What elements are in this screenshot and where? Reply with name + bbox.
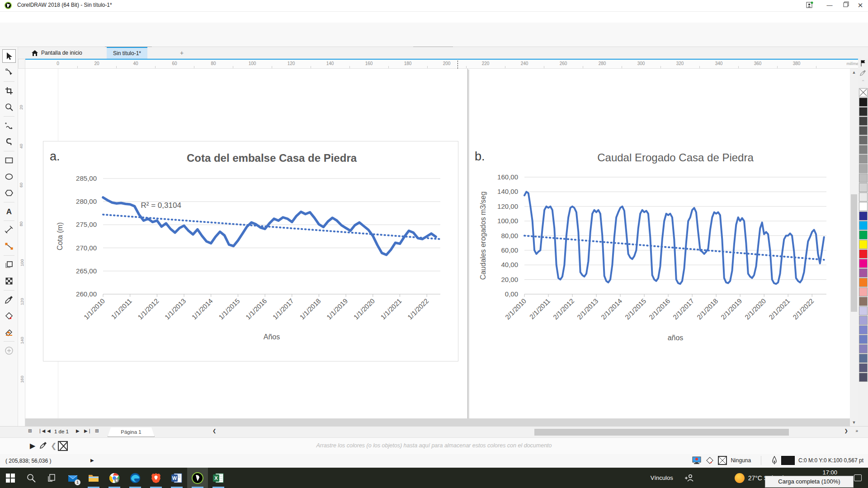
status-flyout-icon[interactable]: ▶ [90, 458, 94, 463]
scroll-up-icon[interactable]: ▲ [850, 69, 858, 76]
first-page-icon[interactable]: ❘◀ [38, 428, 45, 433]
task-view-button[interactable] [42, 468, 62, 488]
smart-fill-tool[interactable] [2, 325, 16, 339]
freehand-tool[interactable] [2, 119, 16, 132]
interactive-fill-tool[interactable] [2, 309, 16, 323]
prev-page-icon[interactable]: ◀ [47, 428, 51, 433]
swatch-none[interactable] [859, 88, 868, 97]
add-page-icon[interactable]: ⊞ [28, 428, 32, 433]
drop-shadow-tool[interactable] [2, 258, 16, 272]
rectangle-tool[interactable] [2, 154, 16, 167]
fill-none-icon[interactable] [718, 456, 727, 465]
color-swatch[interactable] [859, 344, 868, 353]
edge-app[interactable] [125, 468, 146, 488]
color-swatch[interactable] [859, 316, 868, 325]
explorer-app[interactable] [83, 468, 104, 488]
vertical-scrollbar[interactable]: ▲ ▼ [850, 69, 858, 426]
links-toolbar-label[interactable]: Vínculos [651, 474, 673, 481]
horizontal-scroll-thumb[interactable] [534, 429, 789, 436]
artistic-media-tool[interactable] [2, 135, 16, 149]
color-swatch[interactable] [859, 136, 868, 145]
tab-document[interactable]: Sin título-1* [107, 47, 147, 59]
pick-tool[interactable] [2, 49, 16, 63]
close-button[interactable]: ✕ [856, 1, 864, 9]
transparency-tool[interactable] [2, 274, 16, 288]
chart-object-cota-embalse[interactable]: a.Cota del embalse Casa de Piedra285,002… [43, 141, 458, 361]
coreldraw-app[interactable] [187, 468, 208, 488]
chart-object-caudal-erogado[interactable]: b.Caudal Erogado Casa de Piedra160,00140… [470, 142, 839, 357]
last-page-icon[interactable]: ▶❘ [84, 428, 91, 433]
minimize-button[interactable]: — [826, 1, 834, 9]
restore-button[interactable] [842, 1, 850, 9]
page-tab[interactable]: Página 1 [108, 427, 155, 437]
add-page-icon-2[interactable]: ⊞ [95, 428, 99, 433]
scroll-down-icon[interactable]: ▼ [850, 419, 858, 426]
color-swatch[interactable] [859, 259, 868, 268]
palette-scroll-up-icon[interactable]: ⌃ [859, 79, 867, 87]
color-swatch[interactable] [859, 174, 868, 183]
new-tab-button[interactable]: + [174, 47, 186, 59]
next-page-icon[interactable]: ▶ [76, 428, 80, 433]
vertical-scroll-thumb[interactable] [851, 194, 857, 312]
color-eyedropper-tool[interactable] [2, 293, 16, 306]
clock[interactable]: 17:00 [822, 469, 837, 476]
more-tools[interactable] [2, 344, 16, 357]
palette-eyedropper-icon[interactable] [859, 70, 867, 78]
color-swatch[interactable] [859, 249, 868, 258]
color-swatch[interactable] [859, 297, 868, 306]
color-swatch[interactable] [859, 183, 868, 192]
color-swatch[interactable] [859, 211, 868, 221]
color-swatch[interactable] [859, 192, 868, 202]
color-swatch[interactable] [859, 335, 868, 344]
color-swatch[interactable] [859, 306, 868, 315]
shape-tool[interactable] [2, 66, 16, 79]
action-center-icon[interactable] [854, 474, 862, 481]
drawing-canvas[interactable]: a.Cota del embalse Casa de Piedra285,002… [25, 69, 850, 426]
color-swatch[interactable] [859, 287, 868, 296]
connector-tool[interactable] [2, 239, 16, 253]
color-swatch[interactable] [859, 221, 868, 230]
text-tool[interactable]: A [2, 205, 16, 218]
brave-app[interactable] [146, 468, 166, 488]
color-swatch[interactable] [859, 268, 868, 277]
color-swatch[interactable] [859, 98, 868, 107]
ruler-origin[interactable] [18, 59, 25, 69]
proof-colors-icon[interactable] [692, 456, 702, 465]
dimension-tool[interactable] [2, 223, 16, 237]
color-swatch[interactable] [859, 164, 868, 173]
vertical-ruler[interactable]: 20406080100120140160 [18, 69, 25, 426]
color-swatch[interactable] [859, 107, 868, 116]
color-swatch[interactable] [859, 230, 868, 239]
ellipse-tool[interactable] [2, 170, 16, 183]
account-icon[interactable] [806, 1, 814, 9]
color-swatch[interactable] [859, 240, 868, 249]
color-swatch[interactable] [859, 155, 868, 164]
word-app[interactable]: W [166, 468, 187, 488]
horizontal-scrollbar[interactable] [221, 428, 840, 436]
search-button[interactable] [21, 468, 42, 488]
people-icon[interactable] [685, 474, 694, 482]
start-button[interactable] [0, 468, 21, 488]
expand-icon[interactable]: » [855, 428, 858, 433]
tab-welcome-screen[interactable]: Pantalla de inicio [25, 47, 89, 59]
color-swatch[interactable] [859, 373, 868, 382]
palette-flag-icon[interactable] [859, 60, 867, 68]
scroll-left-icon[interactable]: ❮ [212, 428, 216, 433]
polygon-tool[interactable] [2, 186, 16, 200]
outline-pen-icon[interactable] [771, 456, 778, 465]
color-swatch[interactable] [859, 117, 868, 126]
color-swatch[interactable] [859, 278, 868, 287]
chrome-app[interactable] [104, 468, 125, 488]
crop-tool[interactable] [2, 84, 16, 98]
mail-app[interactable]: 1 [62, 468, 83, 488]
color-swatch[interactable] [859, 202, 868, 211]
color-swatch[interactable] [859, 325, 868, 334]
color-swatch[interactable] [859, 126, 868, 135]
zoom-tool[interactable] [2, 100, 16, 114]
excel-app[interactable]: X [208, 468, 229, 488]
color-swatch[interactable] [859, 354, 868, 363]
scroll-right-icon[interactable]: ❯ [844, 428, 848, 433]
fill-color-icon[interactable] [705, 456, 714, 465]
outline-color-swatch[interactable] [781, 456, 795, 465]
color-swatch[interactable] [859, 145, 868, 154]
